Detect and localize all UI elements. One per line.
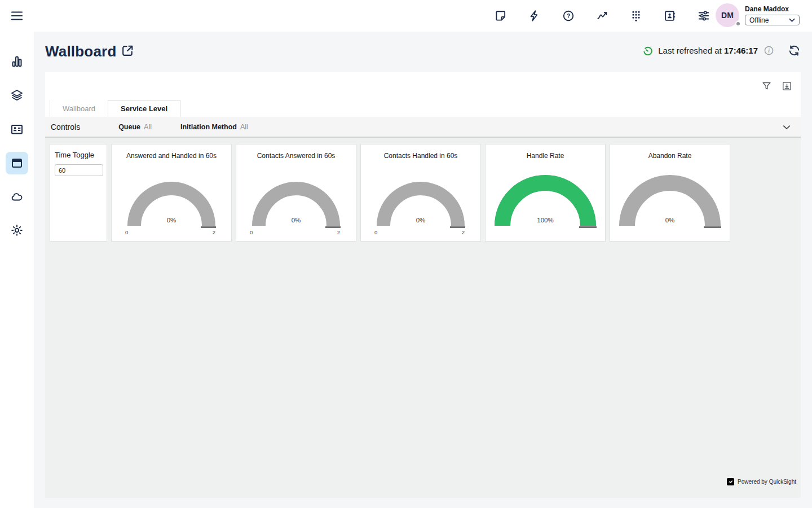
hamburger-menu-icon[interactable] <box>10 9 24 23</box>
svg-text:0: 0 <box>374 229 377 235</box>
export-icon[interactable] <box>780 80 793 92</box>
sidebar-item-analytics[interactable] <box>6 50 28 73</box>
sidebar-item-contacts[interactable] <box>6 118 28 141</box>
filter-queue[interactable]: Queue All <box>118 123 152 131</box>
chevron-down-icon <box>789 18 795 23</box>
time-toggle-card: Time Toggle <box>50 144 107 242</box>
sidebar-item-wallboard[interactable] <box>6 152 28 174</box>
sidebar-item-settings[interactable] <box>6 219 28 242</box>
svg-text:100%: 100% <box>537 217 553 224</box>
quick-connects-icon[interactable] <box>528 9 541 23</box>
page-title: Wallboard <box>45 43 117 60</box>
notes-icon[interactable] <box>494 9 508 23</box>
gear-icon <box>10 224 24 237</box>
tab-service-level[interactable]: Service Level <box>108 100 180 117</box>
gauge-card-contacts-answered: Contacts Answered in 60s 0% 0 2 <box>236 144 356 242</box>
gauge-title: Answered and Handled in 60s <box>126 152 217 160</box>
agent-status-value: Offline <box>749 16 769 24</box>
svg-text:2: 2 <box>337 229 340 235</box>
gauge-chart: 100% <box>486 161 605 240</box>
controls-row: Controls Queue All Initiation Method All <box>45 117 801 138</box>
tab-wallboard[interactable]: Wallboard <box>50 100 108 117</box>
gauge-chart: 0% 0 2 <box>112 161 231 240</box>
bar-chart-icon <box>10 55 24 68</box>
svg-text:0: 0 <box>250 229 253 235</box>
controls-label: Controls <box>51 122 80 132</box>
last-refreshed-time: 17:46:17 <box>724 46 758 55</box>
controls-collapse-chevron-icon[interactable] <box>782 122 792 132</box>
quicksight-embed-panel: Wallboard Service Level Controls Queue A… <box>45 72 801 498</box>
svg-text:0%: 0% <box>167 217 176 224</box>
time-toggle-label: Time Toggle <box>55 151 102 159</box>
info-icon[interactable]: i <box>764 46 774 55</box>
refresh-icon[interactable] <box>788 44 801 57</box>
user-name: Dane Maddox <box>745 5 800 13</box>
sidebar-item-routing[interactable] <box>6 84 28 107</box>
gauge-title: Contacts Answered in 60s <box>257 152 336 160</box>
svg-text:0%: 0% <box>665 217 675 224</box>
svg-text:0: 0 <box>125 229 128 235</box>
agent-status-select[interactable]: Offline <box>745 15 800 25</box>
powered-by-quicksight: Powered by QuickSight <box>727 478 796 485</box>
layers-icon <box>10 89 24 102</box>
filter-icon[interactable] <box>760 80 773 92</box>
filter-initiation-method[interactable]: Initiation Method All <box>180 123 248 131</box>
external-link-icon[interactable] <box>121 43 135 58</box>
gauge-chart: 0% 0 2 <box>361 161 480 240</box>
gauge-card-abandon-rate: Abandon Rate 0% <box>610 144 730 242</box>
gauge-card-handle-rate: Handle Rate 100% <box>485 144 606 242</box>
gauge-card-contacts-handled: Contacts Handled in 60s 0% 0 2 <box>360 144 481 242</box>
id-card-icon <box>10 122 24 136</box>
gauge-chart: 0% 0 2 <box>236 161 356 240</box>
gauge-chart: 0% <box>610 161 730 240</box>
time-toggle-input[interactable] <box>55 164 103 176</box>
sheet-tabs: Wallboard Service Level <box>50 100 180 117</box>
quicksight-logo-icon <box>727 478 734 485</box>
last-refreshed-text: Last refreshed at 17:46:17 <box>658 46 758 55</box>
sidebar-item-cloud[interactable] <box>6 186 28 208</box>
gauge-card-answered-handled: Answered and Handled in 60s 0% 0 2 <box>111 144 232 242</box>
panel-toolbar: Wallboard Service Level <box>45 72 801 117</box>
contacts-directory-icon[interactable] <box>663 9 677 23</box>
svg-text:0%: 0% <box>292 217 301 224</box>
svg-text:2: 2 <box>213 229 215 235</box>
side-nav <box>0 32 34 508</box>
user-area: DM Dane Maddox Offline <box>716 3 800 27</box>
cloud-icon <box>10 190 24 204</box>
svg-text:i: i <box>768 48 770 54</box>
metrics-icon[interactable] <box>595 9 609 23</box>
svg-text:0%: 0% <box>416 217 426 224</box>
help-icon[interactable]: ? <box>562 9 575 23</box>
gauge-title: Abandon Rate <box>648 152 692 160</box>
top-bar: ? DM Dane Maddox Offline <box>0 0 812 32</box>
dashboard-body: Time Toggle Answered and Handled in 60s … <box>45 139 801 498</box>
auto-refresh-timer-icon <box>643 46 653 56</box>
svg-text:?: ? <box>567 13 570 19</box>
agent-settings-sliders-icon[interactable] <box>697 9 710 23</box>
gauge-title: Handle Rate <box>527 152 564 160</box>
status-dot <box>735 21 741 27</box>
browser-window-icon <box>10 156 24 170</box>
gauge-title: Contacts Handled in 60s <box>384 152 458 160</box>
page-header: Wallboard Last refreshed at 17:46:17 i <box>34 32 812 72</box>
dialpad-icon[interactable] <box>629 9 643 23</box>
svg-text:2: 2 <box>462 229 465 235</box>
topbar-icon-group: ? <box>494 0 710 32</box>
